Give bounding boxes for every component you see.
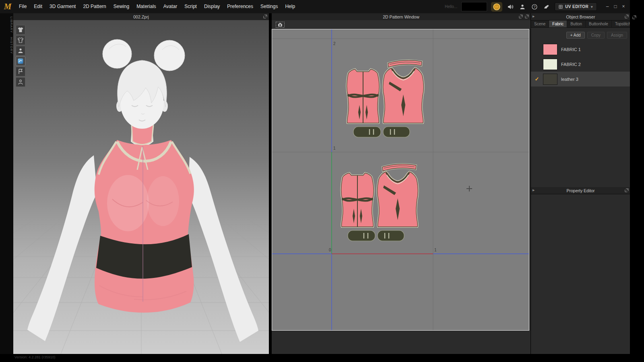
garment-surface-button[interactable]: [16, 35, 25, 45]
fabric-swatch: [543, 44, 557, 55]
history-rail-tab[interactable]: HISTORY: [0, 37, 13, 54]
viewport-3d-panel: 002.Zprj: [13, 13, 269, 354]
menu-materials[interactable]: Materials: [133, 0, 160, 13]
property-editor-titlebar[interactable]: ▶ Property Editor: [531, 187, 630, 194]
application-window: M File Edit 3D Garment 2D Pattern Sewing…: [0, 0, 644, 362]
show-garment-button[interactable]: [16, 25, 25, 35]
menu-list: File Edit 3D Garment 2D Pattern Sewing M…: [15, 0, 299, 13]
grid-label-2: 2: [333, 41, 336, 46]
object-browser-titlebar[interactable]: ▶ Object Browser: [531, 13, 630, 21]
viewport-3d-title: 002.Zprj: [133, 14, 149, 19]
app-logo[interactable]: M: [0, 2, 15, 12]
speaker-icon[interactable]: [506, 3, 514, 11]
fabric-name: FABRIC 1: [561, 47, 581, 52]
maximize-button[interactable]: □: [612, 0, 619, 13]
fabric-texture-view-button[interactable]: [16, 56, 25, 66]
hair-bun-right: [154, 40, 185, 71]
show-avatar-button[interactable]: [16, 46, 25, 56]
tab-buttonhole[interactable]: Buttonhole: [586, 21, 612, 27]
fabric-name: FABRIC 2: [561, 62, 581, 67]
fabric-swatch: [543, 59, 557, 70]
left-dock-rail: LIBRARY HISTORY: [0, 13, 13, 354]
object-browser-tabs: Scene Fabric Button Buttonhole Topstitch…: [531, 21, 630, 28]
menu-2d-pattern[interactable]: 2D Pattern: [79, 0, 109, 13]
object-browser-panel: ▶ Object Browser Scene Fabric Button But…: [530, 13, 630, 354]
banner-box[interactable]: [461, 2, 487, 11]
bird-icon[interactable]: [543, 3, 551, 11]
tab-button[interactable]: Button: [567, 21, 586, 27]
fabric-actions: + Add Copy Assign: [531, 28, 630, 42]
assign-fabric-button[interactable]: Assign: [607, 32, 627, 39]
pattern-2d-toolbar: [272, 20, 530, 29]
panel-collapse-icon[interactable]: ▶: [533, 15, 535, 18]
fabric-swatch: [543, 74, 557, 85]
dock-popout-icon[interactable]: [632, 15, 636, 19]
menu-3d-garment[interactable]: 3D Garment: [46, 0, 79, 13]
viewport-3d-titlebar[interactable]: 002.Zprj: [13, 13, 269, 21]
right-dock-strip: [630, 0, 644, 362]
selected-check-icon: ✓: [531, 76, 543, 82]
pattern-2d-panel: 2D Pattern Window: [272, 13, 530, 354]
uv-editor-switch[interactable]: UV EDITOR ▾: [555, 2, 597, 11]
popout-icon[interactable]: [625, 14, 629, 19]
menu-script[interactable]: Script: [181, 0, 200, 13]
chevron-down-icon: ▾: [591, 5, 593, 9]
pin-flag-button[interactable]: [16, 67, 25, 76]
library-rail-tab[interactable]: LIBRARY: [0, 16, 13, 33]
menu-edit[interactable]: Edit: [30, 0, 46, 13]
fabric-row-1[interactable]: FABRIC 1: [531, 42, 630, 57]
menu-avatar[interactable]: Avatar: [160, 0, 181, 13]
pattern-2d-titlebar[interactable]: 2D Pattern Window: [272, 13, 530, 21]
object-browser-title: Object Browser: [566, 14, 595, 19]
menubar: M File Edit 3D Garment 2D Pattern Sewing…: [0, 0, 630, 14]
fabric-list: FABRIC 1 FABRIC 2 ✓ leather 3: [531, 42, 630, 86]
tab-fabric[interactable]: Fabric: [549, 21, 567, 27]
fabric-row-2[interactable]: FABRIC 2: [531, 57, 630, 72]
fabric-name: leather 3: [561, 77, 578, 82]
account-icon[interactable]: [518, 3, 526, 11]
copy-fabric-button[interactable]: Copy: [587, 32, 605, 39]
menu-preferences[interactable]: Preferences: [223, 0, 257, 13]
menu-sewing[interactable]: Sewing: [110, 0, 133, 13]
tab-scene[interactable]: Scene: [531, 21, 549, 27]
version-text: Version: 4.2.281 (r35910): [14, 355, 56, 359]
snapshot-camera-icon[interactable]: [275, 21, 285, 28]
minimize-button[interactable]: –: [604, 0, 611, 13]
popout-icon[interactable]: [525, 14, 529, 19]
grid-label-1x: 1: [434, 248, 437, 252]
viewport-3d-toolbar: [16, 25, 25, 87]
property-editor-panel: ▶ Property Editor: [531, 187, 630, 194]
menu-display[interactable]: Display: [200, 0, 223, 13]
hair-bun-left: [103, 39, 132, 68]
fabric-row-3[interactable]: ✓ leather 3: [531, 72, 630, 86]
window-controls: – □ ×: [604, 0, 627, 13]
tab-topstitch[interactable]: Topstitch: [612, 21, 630, 27]
grid-label-0: 0: [329, 248, 331, 252]
close-button[interactable]: ×: [620, 0, 627, 13]
uv-editor-label: UV EDITOR: [565, 4, 588, 9]
scene-3d[interactable]: [13, 20, 269, 354]
menu-help[interactable]: Help: [281, 0, 299, 13]
menu-file[interactable]: File: [15, 0, 30, 13]
panel-collapse-icon[interactable]: ▶: [533, 189, 535, 192]
uv-mode-icon: [559, 5, 563, 9]
hello-text: Hello...: [445, 4, 457, 9]
popout-icon[interactable]: [263, 14, 267, 19]
avatar-display-button[interactable]: [16, 77, 25, 87]
add-fabric-button[interactable]: + Add: [566, 32, 585, 39]
pattern-2d-title: 2D Pattern Window: [383, 14, 419, 19]
grid-label-1y: 1: [333, 146, 336, 150]
popout-icon[interactable]: [625, 188, 629, 192]
menu-settings[interactable]: Settings: [257, 0, 281, 13]
pattern-2d-canvas[interactable]: 2 1 0 1: [272, 29, 529, 331]
dock-icon[interactable]: [519, 14, 523, 19]
property-editor-title: Property Editor: [566, 188, 594, 193]
help-icon[interactable]: [530, 3, 539, 11]
store-coin-icon[interactable]: [491, 2, 502, 12]
